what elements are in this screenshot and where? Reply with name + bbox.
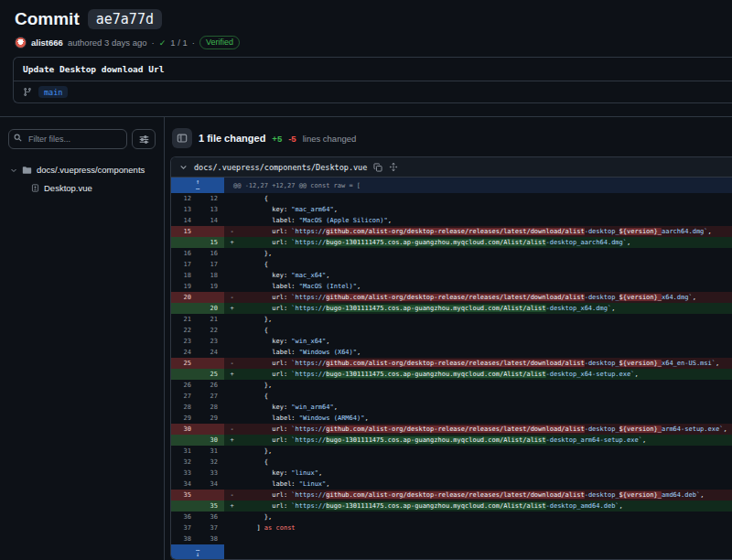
old-line-number[interactable]: 34 [171, 479, 198, 490]
old-line-number[interactable]: 35 [171, 490, 198, 501]
old-line-number[interactable] [171, 369, 198, 380]
code-text: key: [249, 206, 291, 213]
new-line-number[interactable]: 17 [198, 259, 224, 270]
new-line-number[interactable]: 18 [198, 270, 224, 281]
new-line-number[interactable]: 27 [198, 391, 224, 402]
expand-collapse-icon [389, 162, 398, 172]
old-line-number[interactable]: 14 [171, 215, 198, 226]
arrow-down-icon: ↓ [196, 553, 199, 557]
new-line-number[interactable]: 30 [198, 435, 224, 446]
new-line-number[interactable]: 16 [198, 248, 224, 259]
old-line-number[interactable] [171, 237, 198, 248]
old-line-number[interactable]: 32 [171, 457, 198, 468]
new-line-number[interactable]: 25 [198, 369, 224, 380]
copy-path-button[interactable] [373, 163, 382, 172]
diff-sign: + [224, 237, 240, 248]
new-line-number[interactable]: 14 [198, 215, 224, 226]
diff-sign [224, 193, 240, 204]
tree-file-row[interactable]: Desktop.vue [29, 180, 156, 196]
old-line-number[interactable]: 38 [171, 533, 198, 544]
expand-down-button[interactable]: … ↓ [171, 544, 224, 559]
old-line-number[interactable]: 30 [171, 424, 198, 435]
old-line-number[interactable]: 17 [171, 259, 198, 270]
tree-folder-row[interactable]: docs/.vuepress/components [8, 162, 156, 178]
avatar[interactable] [15, 37, 27, 48]
code-text: url: [249, 491, 291, 499]
collapse-file-chevron-icon[interactable] [179, 163, 188, 171]
new-line-number[interactable]: 12 [198, 193, 224, 204]
new-line-number[interactable]: 31 [198, 446, 224, 457]
old-line-number[interactable]: 13 [171, 204, 198, 215]
old-line-number[interactable]: 25 [171, 358, 198, 369]
new-line-number[interactable] [198, 226, 224, 237]
verified-badge[interactable]: Verified [199, 36, 240, 49]
branch-row: main [14, 81, 732, 102]
additions-count: +5 [272, 134, 282, 144]
old-line-number[interactable]: 24 [171, 347, 198, 358]
diff-row: 20- url: `https://github.com/alist-org/d… [171, 292, 732, 303]
code-text: -desktop_x64-setup.exe` [546, 371, 635, 378]
author-link[interactable]: alist666 [31, 38, 63, 48]
new-line-number[interactable]: 28 [198, 402, 224, 413]
new-line-number[interactable]: 33 [198, 468, 224, 479]
new-line-number[interactable]: 20 [198, 303, 224, 314]
old-line-number[interactable]: 18 [171, 270, 198, 281]
new-line-number[interactable]: 15 [198, 237, 224, 248]
filter-files-input[interactable] [8, 129, 127, 149]
old-line-number[interactable]: 12 [171, 193, 198, 204]
old-line-number[interactable]: 28 [171, 402, 198, 413]
old-line-number[interactable]: 15 [171, 226, 198, 237]
new-line-number[interactable]: 19 [198, 281, 224, 292]
old-line-number[interactable]: 16 [171, 248, 198, 259]
old-line-number[interactable]: 21 [171, 314, 198, 325]
old-line-number[interactable] [171, 435, 198, 446]
new-line-number[interactable]: 29 [198, 413, 224, 424]
old-line-number[interactable]: 23 [171, 336, 198, 347]
old-line-number[interactable]: 36 [171, 512, 198, 522]
new-line-number[interactable]: 35 [198, 501, 224, 512]
new-line-number[interactable]: 37 [198, 522, 224, 533]
code-text: label: [249, 415, 299, 422]
dots: … [196, 186, 199, 190]
old-line-number[interactable] [171, 501, 198, 512]
tree-options-button[interactable] [132, 129, 156, 149]
old-line-number[interactable] [171, 303, 198, 314]
new-line-number[interactable]: 22 [198, 325, 224, 336]
new-line-number[interactable]: 24 [198, 347, 224, 358]
old-line-number[interactable]: 37 [171, 522, 198, 533]
old-line-number[interactable]: 19 [171, 281, 198, 292]
old-line-number[interactable]: 20 [171, 292, 198, 303]
checks-ratio[interactable]: 1 / 1 [170, 38, 188, 48]
new-line-number[interactable] [198, 292, 224, 303]
old-line-number[interactable]: 26 [171, 380, 198, 391]
new-line-number[interactable]: 23 [198, 336, 224, 347]
new-line-number[interactable]: 26 [198, 380, 224, 391]
new-line-number[interactable] [198, 490, 224, 501]
old-line-number[interactable]: 22 [171, 325, 198, 336]
new-line-number[interactable]: 38 [198, 533, 224, 544]
code-text: url: [249, 436, 291, 444]
new-line-number[interactable]: 32 [198, 457, 224, 468]
new-line-number[interactable] [198, 424, 224, 435]
file-path[interactable]: docs/.vuepress/components/Desktop.vue [194, 163, 367, 172]
diff-row: 1212 { [171, 193, 732, 204]
new-line-number[interactable] [198, 358, 224, 369]
old-line-number[interactable]: 27 [171, 391, 198, 402]
diff-row: 2727 { [171, 391, 732, 402]
commit-message: Update Desktop download Url [14, 58, 732, 81]
new-line-number[interactable]: 34 [198, 479, 224, 490]
code-text: , [619, 502, 623, 510]
diff-row: 35+ url: `https://bugo-1301111475.cos.ap… [171, 501, 732, 512]
toggle-file-tree-button[interactable] [172, 128, 192, 148]
old-line-number[interactable]: 33 [171, 468, 198, 479]
diff-row: 1616 }, [171, 248, 732, 259]
expand-up-button[interactable]: ↑ … [171, 178, 224, 193]
old-line-number[interactable]: 29 [171, 413, 198, 424]
new-line-number[interactable]: 36 [198, 512, 224, 522]
code-text: , [723, 425, 727, 433]
old-line-number[interactable]: 31 [171, 446, 198, 457]
file-options-button[interactable] [389, 162, 398, 172]
new-line-number[interactable]: 13 [198, 204, 224, 215]
new-line-number[interactable]: 21 [198, 314, 224, 325]
branch-chip[interactable]: main [38, 86, 68, 98]
